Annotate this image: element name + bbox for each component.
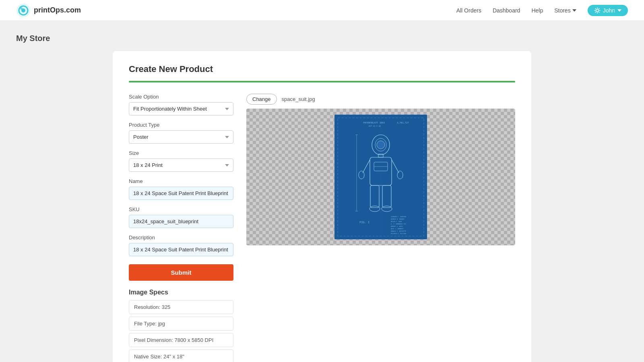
preview-header: Change space_suit.jpg bbox=[246, 94, 515, 105]
svg-point-12 bbox=[377, 141, 385, 149]
preview-filename: space_suit.jpg bbox=[282, 96, 315, 102]
svg-text:GEORGE R. DORNEY: GEORGE R. DORNEY bbox=[391, 218, 405, 220]
svg-text:LEONARD F. SHEPARD: LEONARD F. SHEPARD bbox=[391, 216, 406, 218]
svg-point-4 bbox=[596, 9, 599, 12]
create-product-card: Create New Product Scale Option Fit Prop… bbox=[113, 51, 531, 362]
form-preview-layout: Scale Option Fit Proportionately Within … bbox=[129, 94, 515, 362]
user-menu-button[interactable]: John bbox=[588, 5, 628, 16]
user-name: John bbox=[603, 7, 615, 14]
scale-option-field: Scale Option Fit Proportionately Within … bbox=[129, 94, 233, 115]
sku-label: SKU bbox=[129, 206, 233, 212]
blueprint-preview: PATENTBLATT 1693 3,761,727 OCT 23 ® 10 F… bbox=[334, 115, 427, 239]
gear-icon bbox=[594, 7, 601, 14]
sku-field: SKU bbox=[129, 206, 233, 228]
svg-text:RICHARD G. PULLING: RICHARD G. PULLING bbox=[391, 233, 406, 234]
svg-text:FIG. I: FIG. I bbox=[359, 221, 369, 224]
name-field: Name bbox=[129, 178, 233, 200]
spec-file-type: File Type: jpg bbox=[129, 317, 233, 331]
description-label: Description bbox=[129, 234, 233, 241]
size-label: Size bbox=[129, 150, 233, 156]
spec-resolution: Resolution: 325 bbox=[129, 300, 233, 314]
image-preview-container: PATENTBLATT 1693 3,761,727 OCT 23 ® 10 F… bbox=[246, 109, 515, 245]
page-title: My Store bbox=[16, 34, 628, 43]
product-type-field: Product Type PosterCanvasFramed Print bbox=[129, 122, 233, 144]
svg-point-3 bbox=[20, 7, 23, 10]
scale-option-select[interactable]: Fit Proportionately Within SheetFit Prop… bbox=[129, 102, 233, 115]
svg-text:3,761,727: 3,761,727 bbox=[397, 121, 409, 124]
sku-input[interactable] bbox=[129, 215, 233, 228]
size-field: Size 18 x 24 Print24 x 36 Print11 x 14 P… bbox=[129, 150, 233, 172]
description-field: Description bbox=[129, 234, 233, 256]
image-specs-title: Image Specs bbox=[129, 289, 233, 296]
nav-dashboard[interactable]: Dashboard bbox=[493, 7, 520, 14]
card-title: Create New Product bbox=[129, 64, 515, 74]
svg-text:OCT 23 ® 10: OCT 23 ® 10 bbox=[369, 125, 381, 127]
user-chevron-icon bbox=[617, 9, 621, 12]
preview-section: Change space_suit.jpg bbox=[246, 94, 515, 362]
product-type-label: Product Type bbox=[129, 122, 233, 128]
nav-stores-label: Stores bbox=[554, 7, 570, 14]
brand-name: printOps.com bbox=[34, 6, 81, 14]
svg-text:ROBERT C. WISE: ROBERT C. WISE bbox=[391, 226, 403, 227]
nav-stores-dropdown[interactable]: Stores bbox=[554, 7, 576, 14]
brand-logo-link[interactable]: printOps.com bbox=[16, 3, 81, 18]
change-image-button[interactable]: Change bbox=[246, 94, 277, 105]
nav-help[interactable]: Help bbox=[531, 7, 543, 14]
scale-option-label: Scale Option bbox=[129, 94, 233, 100]
product-type-select[interactable]: PosterCanvasFramed Print bbox=[129, 130, 233, 144]
nav-all-orders[interactable]: All Orders bbox=[456, 7, 481, 14]
navbar: printOps.com All Orders Dashboard Help S… bbox=[0, 0, 644, 21]
spec-native-size: Native Size: 24" x 18" bbox=[129, 350, 233, 362]
submit-button[interactable]: Submit bbox=[129, 264, 233, 281]
page-content: My Store Create New Product Scale Option… bbox=[0, 21, 644, 362]
progress-bar bbox=[129, 81, 515, 82]
name-label: Name bbox=[129, 178, 233, 184]
nav-links: All Orders Dashboard Help Stores John bbox=[456, 5, 628, 16]
chevron-down-icon bbox=[572, 9, 576, 12]
brand-icon bbox=[16, 3, 31, 18]
form-section: Scale Option Fit Proportionately Within … bbox=[129, 94, 233, 362]
svg-text:A. J. KORNOSKY III: A. J. KORNOSKY III bbox=[391, 223, 406, 225]
svg-text:MILAN C. CAGE: MILAN C. CAGE bbox=[391, 221, 402, 222]
description-input[interactable] bbox=[129, 243, 233, 256]
spec-pixel-dimension: Pixel Dimension: 7800 x 5850 DPI bbox=[129, 333, 233, 347]
size-select[interactable]: 18 x 24 Print24 x 36 Print11 x 14 Print bbox=[129, 158, 233, 172]
svg-text:PATENTBLATT 1693: PATENTBLATT 1693 bbox=[363, 121, 385, 124]
svg-text:DONALD J. BESSETTE: DONALD J. BESSETTE bbox=[391, 230, 406, 232]
progress-bar-container bbox=[129, 81, 515, 82]
name-input[interactable] bbox=[129, 187, 233, 200]
svg-text:ERIC L. REMBERT: ERIC L. REMBERT bbox=[391, 228, 404, 230]
